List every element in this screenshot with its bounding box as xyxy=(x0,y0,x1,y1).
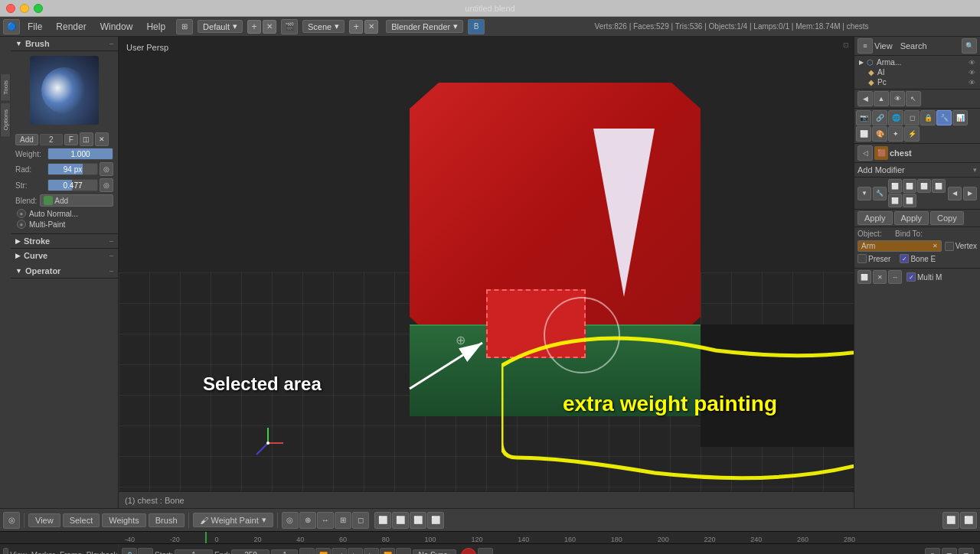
brush-expand-icon[interactable]: ◫ xyxy=(80,132,93,146)
nav-cursor-btn[interactable]: ↖ xyxy=(906,91,921,106)
search-label[interactable]: Search xyxy=(900,41,927,51)
view-menu-button[interactable]: View xyxy=(28,513,60,527)
mod-icon-5[interactable]: ⬜ xyxy=(888,194,902,207)
prop-data-icon[interactable]: 📊 xyxy=(952,110,968,125)
mode-selector[interactable]: 🖌 Weight Paint ▾ xyxy=(193,513,273,527)
menu-file[interactable]: File xyxy=(21,20,48,34)
apply-button-2[interactable]: Apply xyxy=(894,211,929,225)
arm-icon-3[interactable]: ↔ xyxy=(888,270,902,284)
jump-end-btn[interactable]: ⏭ xyxy=(396,548,411,555)
tb-icon-5[interactable]: ◻ xyxy=(352,512,369,529)
add-button[interactable]: Add xyxy=(15,134,38,145)
visibility-icon[interactable]: 👁 xyxy=(969,59,975,67)
auto-normal-checkbox[interactable]: ● xyxy=(17,209,26,218)
nav-eye-btn[interactable]: 👁 xyxy=(890,91,905,106)
timeline-view-label[interactable]: View xyxy=(10,551,27,554)
tb-icon-6[interactable]: ⬜ xyxy=(374,512,391,529)
prop-modifier-icon[interactable]: 🔧 xyxy=(936,110,952,125)
prop-object-icon[interactable]: ◻ xyxy=(904,110,920,125)
minimize-window-button[interactable] xyxy=(20,4,29,13)
scene-icon[interactable]: 🎬 xyxy=(281,19,298,34)
mod-icon-6[interactable]: ⬜ xyxy=(903,194,916,207)
tb-icon-11[interactable]: ⬜ xyxy=(960,512,977,529)
stroke-section-header[interactable]: ▶ Stroke – xyxy=(11,233,118,248)
tools-tab[interactable]: Tools xyxy=(0,73,11,102)
brush-close-icon[interactable]: ✕ xyxy=(95,132,109,146)
brush-num-field[interactable]: 2 xyxy=(40,134,63,145)
multi-paint-checkbox[interactable]: ● xyxy=(17,220,26,229)
timeline-extra-2[interactable]: ⊡ xyxy=(942,548,957,555)
copy-button[interactable]: Copy xyxy=(930,211,964,225)
tb-icon-8[interactable]: ⬜ xyxy=(410,512,426,529)
mod-left-icon[interactable]: ◀ xyxy=(948,187,962,200)
outliner-view-button[interactable]: ≡ xyxy=(858,38,873,54)
operator-pin[interactable]: – xyxy=(109,267,113,275)
menu-window[interactable]: Window xyxy=(94,20,139,34)
timeline-extra-3[interactable]: ⊞ xyxy=(959,548,974,555)
audio-button[interactable]: ♪ xyxy=(478,548,493,555)
blender-icon[interactable]: 🔵 xyxy=(3,19,20,34)
current-frame-field[interactable]: 1 xyxy=(271,549,298,554)
close-window-button[interactable] xyxy=(6,4,15,13)
prop-render-icon[interactable]: 📷 xyxy=(856,110,871,125)
prev-frame-btn[interactable]: ⏪ xyxy=(315,548,331,555)
tree-item-ai[interactable]: ◆ AI 👁 xyxy=(856,67,978,77)
jump-start-btn[interactable]: ⏮ xyxy=(299,548,315,555)
f-button[interactable]: F xyxy=(64,134,78,145)
nav-left-btn[interactable]: ◀ xyxy=(858,91,873,106)
prop-physics-icon[interactable]: ⚡ xyxy=(904,126,920,142)
mod-collapse-icon[interactable]: ▼ xyxy=(858,187,871,200)
prop-constraint-icon[interactable]: 🔒 xyxy=(920,110,936,125)
vertex-checkbox[interactable] xyxy=(945,242,954,251)
radius-icon[interactable]: ◎ xyxy=(100,162,113,176)
outliner-search-icon[interactable]: 🔍 xyxy=(962,38,977,54)
arm-close-icon[interactable]: ✕ xyxy=(933,243,938,249)
pc-visibility-icon[interactable]: 👁 xyxy=(969,79,975,86)
radius-bar[interactable]: 94 px xyxy=(47,163,98,175)
stroke-pin[interactable]: – xyxy=(109,237,113,245)
next-frame-btn[interactable]: ⏩ xyxy=(380,548,395,555)
weight-bar[interactable]: 1.000 xyxy=(47,148,113,160)
prop-particles-icon[interactable]: ✦ xyxy=(888,126,903,142)
timeline-playback-label[interactable]: Playback xyxy=(87,551,118,554)
curve-section-header[interactable]: ▶ Curve – xyxy=(11,248,118,262)
prop-world-icon[interactable]: 🌐 xyxy=(888,110,903,125)
tb-icon-4[interactable]: ⊞ xyxy=(335,512,351,529)
prop-scene-icon[interactable]: 🔗 xyxy=(872,110,887,125)
tree-item-pc[interactable]: ◆ Pc 👁 xyxy=(856,77,978,87)
timeline-frame-label[interactable]: Frame xyxy=(60,551,82,554)
curve-pin[interactable]: – xyxy=(109,252,113,259)
view-label[interactable]: View xyxy=(874,41,893,51)
tb-icon-7[interactable]: ⬜ xyxy=(392,512,409,529)
multi-m-checkbox[interactable]: ✓ xyxy=(906,272,916,282)
layout-icon[interactable]: ⊞ xyxy=(176,19,193,34)
select-menu-button[interactable]: Select xyxy=(63,513,100,527)
arm-icon-1[interactable]: ⬜ xyxy=(858,270,871,284)
timeline-sound-btn[interactable]: ♪ xyxy=(138,548,153,555)
strength-icon[interactable]: ◎ xyxy=(100,178,113,192)
tb-icon-1[interactable]: ◎ xyxy=(282,512,299,529)
close-workspace-button[interactable]: ✕ xyxy=(263,20,276,34)
close-scene-button[interactable]: ✕ xyxy=(364,20,378,34)
weights-menu-button[interactable]: Weights xyxy=(102,513,146,527)
brush-panel-pin[interactable]: – xyxy=(109,40,113,47)
mod-icon-3[interactable]: ⬜ xyxy=(917,179,931,193)
tb-icon-10[interactable]: ⬜ xyxy=(942,512,959,529)
maximize-window-button[interactable] xyxy=(34,4,43,13)
tb-icon-9[interactable]: ⬜ xyxy=(427,512,444,529)
record-button[interactable] xyxy=(461,548,476,555)
blend-selector[interactable]: Add xyxy=(40,194,113,207)
preser-checkbox[interactable] xyxy=(858,254,867,263)
renderer-selector[interactable]: Blender Render▾ xyxy=(386,20,463,33)
menu-render[interactable]: Render xyxy=(50,20,92,34)
mod-wrench-icon[interactable]: 🔧 xyxy=(873,187,887,200)
mod-icon-2[interactable]: ⬜ xyxy=(903,179,916,193)
window-controls[interactable] xyxy=(6,4,43,13)
strength-bar[interactable]: 0.477 xyxy=(47,179,98,191)
brush-menu-button[interactable]: Brush xyxy=(149,513,185,527)
mod-right-icon[interactable]: ▶ xyxy=(963,187,977,200)
play-btn[interactable]: ▶ xyxy=(348,548,363,555)
arm-icon-2[interactable]: ✕ xyxy=(873,270,887,284)
timeline-marker-label[interactable]: Marker xyxy=(31,551,55,554)
workspace-selector[interactable]: Default▾ xyxy=(198,20,243,33)
